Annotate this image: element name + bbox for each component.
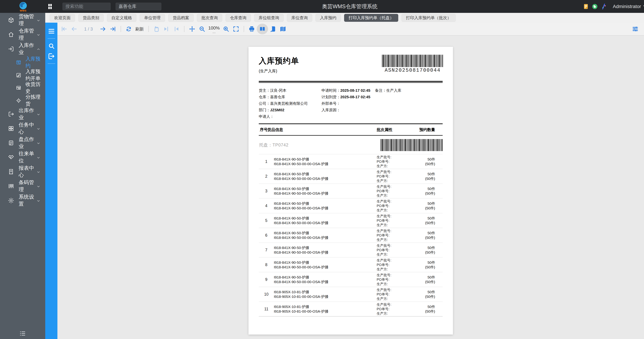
tab-10[interactable]: 打印入库预约单（托盘） [344,14,398,22]
rotate-page-button[interactable] [152,24,162,34]
viewer-canvas: 入库预约单 (生产入库) ASN2025081700044 货主：汉良-冈本仓库… [58,36,644,339]
sidebar: 货物管理仓库管理入库作业入库预约入库预约开单收货历史分拣理货出库作业任务中心盘点… [0,13,45,339]
sidebar-group-7[interactable]: 报表中心 [0,164,45,179]
sidebar-group-3[interactable]: 出库作业 [0,107,45,121]
user-menu[interactable]: Administrator [613,4,644,9]
batch-label: PO单号: [377,159,423,164]
info-column-2: 申请时间：2025-08-17 02:45计划到货：2025-08-17 02:… [322,87,370,113]
info-column-3: 备注：生产入库 [375,87,401,94]
batch-label: 生产批号: [377,243,423,248]
sidebar-group-5[interactable]: 盘点作业 [0,136,45,150]
clipboard-icon [8,140,14,146]
batch-label: 生产方: [377,178,423,183]
sidebar-group-1[interactable]: 仓库管理 [0,27,45,42]
sidebar-collapse-icon[interactable] [19,330,26,337]
print-button[interactable] [247,24,257,34]
apps-grid-icon[interactable] [46,3,54,10]
row-number: 4 [259,204,274,208]
sidebar-item-2-3[interactable]: 分拣理货 [0,94,45,107]
zoom-out-button[interactable] [197,24,207,34]
tab-8[interactable]: 库位查询 [287,14,312,22]
col-header-item: 货品信息 [267,127,283,132]
wechat-icon[interactable] [591,3,599,11]
batch-label: 生产方: [377,267,423,271]
table-row: 7I918-841X-90-50-护膝I918-841X-90-50-00-00… [259,242,443,257]
item-info: I918-841X-90-50-护膝I918-841X-90-50-00-00-… [274,260,377,269]
next-page-button[interactable] [98,24,108,34]
wms-app: WMS 奥芸WMS仓库管理系统 Administrator 货物管理仓库管理入库… [0,0,644,339]
info-label: 外部单号： [322,101,340,106]
chevron-down-icon [36,126,40,131]
refresh-button[interactable] [124,24,134,34]
last-page-button[interactable] [108,24,118,34]
info-label: 货主： [259,88,270,93]
sidebar-group-label: 任务中心 [19,121,36,135]
qty-pieces-sub: (50件) [423,220,435,225]
pan-tool-button[interactable] [187,24,197,34]
warehouse-select-input[interactable] [116,3,162,11]
reserved-quantity: 50件(50件) [423,260,443,269]
item-code-full: I918-841X-90-50-00-00-OSA-护膝 [274,250,377,255]
sidebar-group-6[interactable]: 往来单位 [0,150,45,164]
tab-7[interactable]: 库位组查询 [254,14,284,22]
app-logo: WMS [18,1,28,12]
search-icon[interactable] [48,42,55,50]
booklet-view-button[interactable] [278,24,288,34]
batch-label: 生产方: [377,311,423,316]
fullscreen-button[interactable] [231,24,241,34]
info-label: 计划到货： [322,95,340,99]
batch-label: PO单号: [377,204,423,208]
previous-page-button[interactable] [69,24,79,34]
viewer-settings-button[interactable] [630,24,640,34]
sidebar-toggle-icon[interactable] [48,28,55,35]
sidebar-item-2-1[interactable]: 入库预约开单 [0,69,45,82]
batch-label: 生产批号: [377,184,423,189]
function-search-input[interactable] [62,3,111,11]
sidebar-group-4[interactable]: 任务中心 [0,121,45,136]
tab-1[interactable]: 货品类别 [78,14,104,22]
sidebar-group-8[interactable]: 条码管理 [0,179,45,193]
info-row: 备注：生产入库 [375,87,401,94]
tab-0[interactable]: 欢迎页面 [50,14,75,22]
item-code-full: I918-841X-90-50-00-00-OSA-护膝 [274,279,377,284]
sidebar-group-0[interactable]: 货物管理 [0,13,45,27]
table-row: 2I918-841X-90-50-护膝I918-841X-90-50-00-00… [259,169,443,183]
item-info: I918-841X-90-50-护膝I918-841X-90-50-00-00-… [274,201,377,210]
sidebar-group-2[interactable]: 入库作业 [0,42,45,56]
tab-5[interactable]: 批次查询 [197,14,222,22]
zoom-in-button[interactable] [221,24,231,34]
qty-pieces-sub: (50件) [423,206,435,210]
qty-pieces: 50件 [423,216,435,220]
export-icon[interactable] [48,53,55,60]
tab-2[interactable]: 自定义规格 [107,14,136,22]
reserved-quantity: 50件(50件) [423,245,443,255]
next-view-button[interactable] [171,24,181,34]
tab-9[interactable]: 入库预约 [316,14,341,22]
book-view-button[interactable] [257,24,268,34]
batch-label: 生产方: [377,193,423,198]
sidebar-group-9[interactable]: 系统设置 [0,193,45,208]
notes-icon[interactable] [582,3,590,11]
tab-6[interactable]: 仓库查询 [226,14,251,22]
batch-label: 生产批号: [377,273,423,277]
document-subtitle: (生产入库) [259,68,277,74]
qty-pieces-sub: (50件) [423,309,435,314]
batch-label: PO单号: [377,248,423,252]
scroll-view-button[interactable] [268,24,278,34]
tab-4[interactable]: 货品档案 [168,14,194,22]
tab-11[interactable]: 打印入库预约单（批次） [402,14,456,22]
top-header: WMS 奥芸WMS仓库管理系统 Administrator [0,0,644,13]
batch-label: PO单号: [377,218,423,223]
item-code-full: I918-905X-10-81-00-00-OSA-护膝 [274,309,377,314]
ai-assistant-icon[interactable] [600,3,608,11]
previous-view-button[interactable] [162,24,171,34]
info-row: 申请人： [259,113,308,120]
sidebar-item-2-0[interactable]: 入库预约 [0,56,45,69]
info-value: 2025-08-17 02:45 [340,88,370,93]
row-number: 5 [259,218,274,223]
first-page-button[interactable] [59,24,69,34]
zoom-level-display[interactable]: 100% ... [208,25,220,33]
tab-3[interactable]: 单位管理 [140,14,165,22]
item-info: I918-841X-90-50-护膝I918-841X-90-50-00-00-… [274,157,377,166]
sidebar-item-2-2[interactable]: 收货历史 [0,82,45,94]
